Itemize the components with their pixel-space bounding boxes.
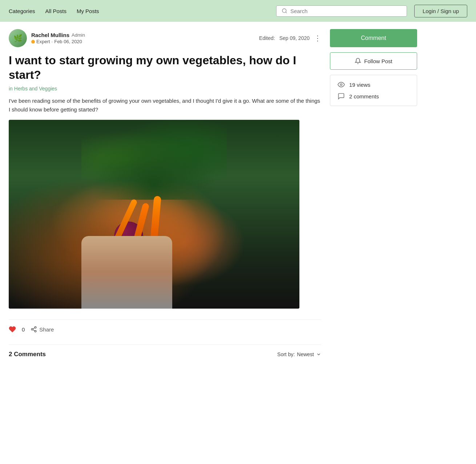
author-left: 🌿 Rachel Mullins Admin Expert · Feb 06, … [9,29,85,47]
separator: · [52,39,53,44]
nav-links: Categories All Posts My Posts [9,8,276,14]
edited-label: Edited: [259,35,275,41]
navigation: Categories All Posts My Posts Login / Si… [0,0,476,22]
expert-badge: Expert · Feb 06, 2020 [31,39,85,44]
post-actions: 0 Share [9,319,321,339]
post-image-inner [9,120,299,309]
author-row: 🌿 Rachel Mullins Admin Expert · Feb 06, … [9,29,321,47]
comments-header: 2 Comments Sort by: Newest [9,345,321,364]
post-body: I've been reading some of the benefits o… [9,97,321,114]
post-category[interactable]: in Herbs and Veggies [9,86,321,91]
login-button[interactable]: Login / Sign up [414,5,467,17]
greens-decoration [81,120,227,200]
stats-box: 19 views 2 comments [330,75,417,106]
svg-point-0 [282,9,286,13]
svg-line-5 [33,330,35,331]
svg-point-7 [340,84,342,86]
follow-post-button[interactable]: Follow Post [330,52,417,70]
eye-icon [338,81,345,88]
sort-by-label: Sort by: [277,351,295,357]
expert-dot-icon [31,40,35,44]
svg-point-2 [35,327,37,329]
nav-my-posts[interactable]: My Posts [77,8,99,14]
nav-categories[interactable]: Categories [9,8,35,14]
author-info: Rachel Mullins Admin Expert · Feb 06, 20… [31,32,85,44]
like-count: 0 [22,326,25,333]
more-options-button[interactable]: ⋮ [314,34,321,42]
svg-line-1 [286,12,287,13]
edited-date: Sep 09, 2020 [279,35,310,41]
post-title: I want to start growing my own vegetable… [9,53,321,82]
search-input[interactable] [290,8,402,14]
sort-by-dropdown[interactable]: Sort by: Newest [277,351,321,357]
author-name: Rachel Mullins [31,32,69,38]
bell-icon [355,58,361,64]
avatar: 🌿 [9,29,27,47]
like-button[interactable] [9,326,16,333]
post-image [9,120,299,309]
hands-decoration [81,236,172,309]
sort-by-value: Newest [297,351,314,357]
main-layout: 🌿 Rachel Mullins Admin Expert · Feb 06, … [0,22,476,371]
sidebar: Comment Follow Post 19 views 2 comments [330,29,417,364]
author-role: Admin [72,32,85,38]
nav-all-posts[interactable]: All Posts [45,8,66,14]
comments-stat: 2 comments [338,93,410,100]
svg-point-4 [35,330,37,332]
post-date: Feb 06, 2020 [54,39,82,44]
share-button[interactable]: Share [31,326,54,333]
comment-button[interactable]: Comment [330,29,417,47]
author-right: Edited: Sep 09, 2020 ⋮ [259,34,321,42]
views-count: 19 views [349,82,370,88]
search-icon [282,8,287,14]
share-icon [31,326,37,333]
share-label: Share [39,326,54,333]
svg-line-6 [33,328,35,329]
heart-icon [9,326,16,333]
author-name-row: Rachel Mullins Admin [31,32,85,38]
chevron-down-icon [316,352,321,357]
comments-count: 2 Comments [9,351,46,358]
search-box[interactable] [276,5,407,17]
article: 🌿 Rachel Mullins Admin Expert · Feb 06, … [9,29,321,364]
views-stat: 19 views [338,81,410,88]
follow-post-label: Follow Post [364,58,392,64]
svg-point-3 [32,329,33,330]
comment-icon [338,93,345,100]
expert-label: Expert [36,39,50,44]
comments-count-stat: 2 comments [349,93,379,99]
